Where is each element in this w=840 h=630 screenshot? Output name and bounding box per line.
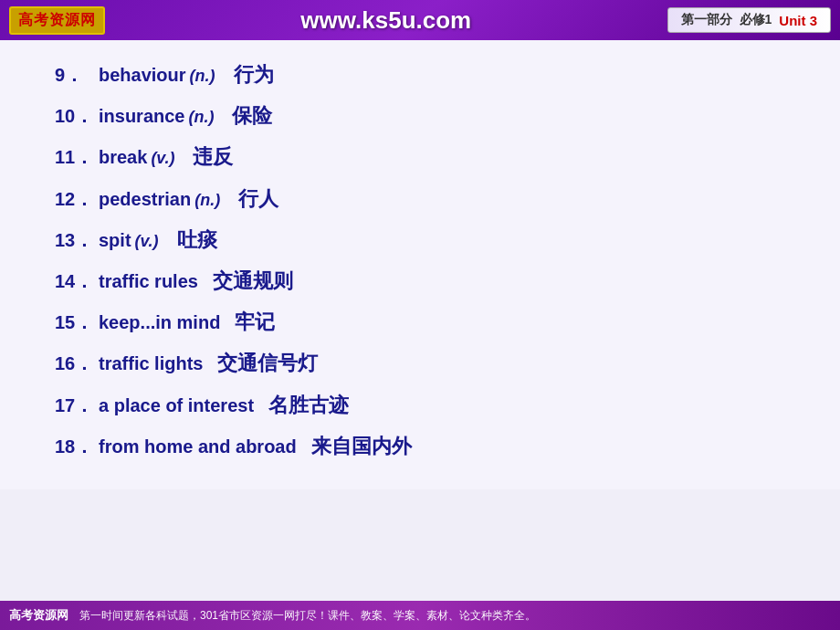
vocab-list: 9．behaviour (n.)行为10．insurance (n.)保险11．… (55, 58, 785, 462)
vocab-word: from home and abroad (99, 432, 297, 461)
vocab-word: insurance (99, 101, 184, 131)
vocab-item: 9．behaviour (n.)行为 (55, 58, 785, 90)
vocab-word: traffic lights (99, 349, 203, 378)
vocab-pos: (n.) (188, 104, 214, 131)
vocab-num: 13． (55, 226, 99, 255)
vocab-cn: 保险 (232, 100, 272, 131)
vocab-item: 18．from home and abroad来自国内外 (55, 430, 785, 462)
header-part-label: 第一部分 (681, 12, 732, 28)
vocab-item: 17．a place of interest名胜古迹 (55, 389, 785, 421)
vocab-word: behaviour (99, 60, 186, 89)
vocab-item: 11．break (v.)违反 (55, 141, 785, 173)
vocab-item: 14．traffic rules交通规则 (55, 265, 785, 297)
main-content: 9．behaviour (n.)行为10．insurance (n.)保险11．… (0, 40, 840, 489)
vocab-item: 16．traffic lights交通信号灯 (55, 347, 785, 379)
vocab-pos: (n.) (190, 63, 215, 89)
vocab-pos: (v.) (151, 145, 174, 172)
vocab-word: keep...in mind (99, 308, 220, 337)
vocab-cn: 行人 (238, 183, 278, 215)
logo-text: 高考资源网 (18, 11, 96, 30)
vocab-cn: 交通规则 (213, 265, 293, 297)
vocab-pos: (v.) (135, 228, 159, 255)
vocab-word: pedestrian (99, 184, 191, 214)
footer-text: 第一时间更新各科试题，301省市区资源一网打尽！课件、教案、学案、素材、论文种类… (79, 608, 536, 624)
vocab-num: 14． (55, 267, 99, 296)
vocab-cn: 来自国内外 (311, 430, 412, 462)
vocab-item: 13．spit (v.)吐痰 (55, 224, 785, 256)
header-left: 高考资源网 (9, 6, 105, 35)
vocab-word: break (99, 142, 147, 172)
header-required-label: 必修1 (740, 12, 772, 28)
vocab-item: 12．pedestrian (n.)行人 (55, 183, 785, 215)
vocab-num: 15． (55, 308, 99, 337)
footer-logo: 高考资源网 (9, 607, 68, 624)
vocab-num: 17． (55, 391, 99, 420)
vocab-item: 15．keep...in mind牢记 (55, 306, 785, 338)
vocab-cn: 吐痰 (177, 224, 217, 256)
vocab-num: 16． (55, 349, 99, 378)
vocab-cn: 违反 (193, 141, 233, 173)
vocab-num: 9． (55, 60, 99, 89)
vocab-num: 18． (55, 432, 99, 461)
vocab-cn: 行为 (234, 58, 274, 90)
vocab-num: 11． (55, 142, 99, 172)
vocab-word: traffic rules (99, 267, 198, 296)
logo-box: 高考资源网 (9, 6, 105, 35)
vocab-cn: 名胜古迹 (268, 389, 349, 421)
header: 高考资源网 www.ks5u.com 第一部分 必修1 Unit 3 (0, 0, 840, 40)
footer: 高考资源网 第一时间更新各科试题，301省市区资源一网打尽！课件、教案、学案、素… (0, 601, 840, 630)
vocab-num: 12． (55, 184, 99, 214)
header-url: www.ks5u.com (105, 6, 667, 35)
header-unit-label: Unit 3 (779, 13, 817, 28)
vocab-word: spit (99, 226, 131, 255)
vocab-pos: (n.) (194, 187, 220, 214)
vocab-word: a place of interest (99, 391, 254, 420)
vocab-cn: 牢记 (235, 306, 275, 338)
vocab-cn: 交通信号灯 (217, 347, 318, 379)
vocab-num: 10． (55, 101, 99, 131)
header-right: 第一部分 必修1 Unit 3 (667, 7, 831, 33)
vocab-item: 10．insurance (n.)保险 (55, 100, 785, 131)
